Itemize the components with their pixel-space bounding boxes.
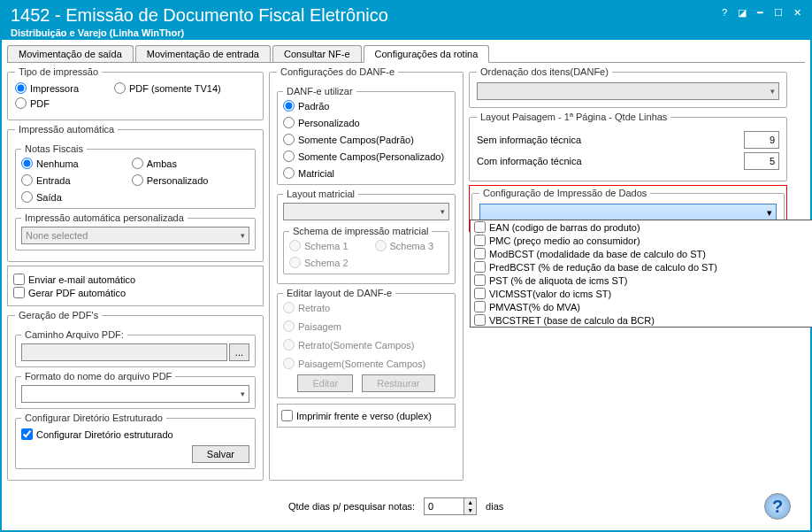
app-window: 1452 - Emissão de Documento Fiscal Eletr…: [0, 0, 812, 532]
option-vbcstret[interactable]: VBCSTRET (base de calculo da BCR): [471, 313, 812, 327]
option-vicmsst[interactable]: VICMSST(valor do icms ST): [471, 287, 812, 300]
tab-mov-entrada[interactable]: Movimentação de entrada: [135, 45, 271, 62]
spin-up-icon[interactable]: ▲: [464, 498, 476, 506]
input-com-info[interactable]: [744, 152, 779, 170]
legend-dir-estruturado: Configurar Diretório Estruturado: [21, 412, 166, 423]
check-email-auto[interactable]: Enviar e-mail automático: [13, 274, 257, 285]
browse-button[interactable]: ...: [229, 343, 249, 361]
radio-schema2: Schema 2: [289, 257, 349, 268]
option-pmc[interactable]: PMC (preço medio ao consumidor): [471, 234, 812, 247]
radio-pdf-tv14[interactable]: PDF (somente TV14): [114, 82, 221, 94]
label-com-info: Com informação técnica: [477, 156, 737, 166]
radio-retrato-sc: Retrato(Somente Campos): [283, 339, 449, 351]
legend-config-dados: Configuração de Impressão de Dados: [479, 188, 650, 198]
radio-entrada[interactable]: Entrada: [21, 174, 79, 186]
check-pdf-auto[interactable]: Gerar PDF automático: [13, 287, 257, 298]
bottom-row: Qtde dias p/ pesquisar notas: 0 ▲▼ dias …: [283, 488, 796, 525]
tab-bar: Movimentação de saída Movimentação de en…: [7, 45, 805, 63]
chevron-down-icon: ▾: [440, 207, 445, 216]
maximize-icon[interactable]: ☐: [774, 7, 783, 19]
close-icon[interactable]: ✕: [793, 7, 801, 19]
dropdown-config-dados[interactable]: ▾: [479, 204, 777, 221]
input-qtde-dias[interactable]: 0 ▲▼: [424, 497, 477, 515]
input-caminho-pdf[interactable]: [21, 343, 227, 361]
check-dir-estruturado[interactable]: Configurar Diretório estruturado: [21, 428, 249, 440]
editar-button[interactable]: Editar: [297, 374, 353, 392]
group-formato-nome: Formato do nome do arquivo PDF ▾: [15, 371, 256, 409]
legend-caminho-pdf: Caminho Arquivo PDF:: [21, 329, 127, 340]
group-layout-matricial: Layout matricial ▾ Schema de impressão m…: [277, 189, 456, 284]
radio-paisagem: Paisagem: [283, 320, 449, 332]
dropdown-list-config-dados: EAN (codigo de barras do produto) PMC (p…: [470, 220, 812, 328]
edit-icon[interactable]: ◪: [738, 7, 747, 19]
label-qtde-dias: Qtde dias p/ pesquisar notas:: [288, 501, 415, 512]
legend-notas-fiscais: Notas Fiscais: [21, 143, 87, 154]
dropdown-formato-nome[interactable]: ▾: [21, 385, 249, 403]
radio-pdf[interactable]: PDF: [15, 97, 50, 109]
chevron-down-icon: ▾: [241, 389, 245, 398]
legend-layout-matricial: Layout matricial: [283, 189, 358, 199]
radio-ambas[interactable]: Ambas: [132, 158, 209, 169]
option-modbcst[interactable]: ModBCST (modalidade da base de calculo d…: [471, 247, 812, 260]
radio-somente-padrao[interactable]: Somente Campos(Padrão): [283, 134, 449, 145]
highlight-box: Configuração de Impressão de Dados ▾ EAN…: [469, 185, 787, 232]
restaurar-button[interactable]: Restaurar: [362, 374, 434, 392]
group-editar-layout: Editar layout de DANF-e Retrato Paisagem…: [277, 288, 456, 398]
radio-matricial[interactable]: Matricial: [283, 167, 449, 179]
group-schema: Schema de impressão matricial Schema 1 S…: [283, 226, 449, 274]
legend-editar-layout: Editar layout de DANF-e: [283, 288, 395, 298]
radio-schema3: Schema 3: [375, 240, 434, 251]
tab-config-rotina[interactable]: Configurações da rotina: [364, 45, 490, 63]
legend-config-danfe: Configurações do DANF-e: [277, 66, 398, 77]
help-button[interactable]: ?: [764, 493, 791, 520]
option-pst[interactable]: PST (% de aliquota de icms ST): [471, 274, 812, 287]
legend-layout-paisagem: Layout Paisagem - 1ª Página - Qtde Linha…: [477, 112, 670, 122]
radio-personalizado-danfe[interactable]: Personalizado: [283, 117, 449, 128]
option-pmvast[interactable]: PMVAST(% do MVA): [471, 300, 812, 313]
legend-tipo-impressao: Tipo de impressão: [15, 66, 102, 77]
legend-schema: Schema de impressão matricial: [289, 226, 432, 236]
spin-down-icon[interactable]: ▼: [464, 506, 476, 514]
radio-impressora[interactable]: Impressora: [15, 82, 79, 94]
radio-paisagem-sc: Paisagem(Somente Campos): [283, 358, 449, 369]
input-sem-info[interactable]: [744, 131, 779, 149]
radio-saida[interactable]: Saída: [21, 191, 79, 203]
option-ean[interactable]: EAN (codigo de barras do produto): [471, 220, 812, 234]
group-geracao-pdf: Geração de PDF's Caminho Arquivo PDF: ..…: [7, 310, 264, 481]
radio-padrao[interactable]: Padrão: [283, 100, 449, 112]
legend-danfe-utilizar: DANF-e utilizar: [283, 86, 356, 96]
legend-geracao-pdf: Geração de PDF's: [15, 310, 102, 320]
legend-ordenacao: Ordenação dos itens(DANFe): [477, 66, 612, 77]
chevron-down-icon: ▾: [770, 87, 775, 96]
check-duplex[interactable]: Imprimir frente e verso (duplex): [281, 410, 451, 421]
window-subtitle: Distribuição e Varejo (Linha WinThor): [11, 27, 388, 38]
window-title: 1452 - Emissão de Documento Fiscal Eletr…: [11, 5, 388, 26]
tab-mov-saida[interactable]: Movimentação de saída: [7, 45, 134, 62]
group-caminho-pdf: Caminho Arquivo PDF: ...: [15, 329, 256, 367]
salvar-button[interactable]: Salvar: [192, 445, 249, 463]
group-config-danfe: Configurações do DANF-e DANF-e utilizar …: [269, 66, 463, 481]
group-tipo-impressao: Tipo de impressão Impressora PDF (soment…: [7, 66, 264, 120]
group-dir-estruturado: Configurar Diretório Estruturado Configu…: [15, 412, 256, 469]
group-auto-personalizada: Impressão automática personalizada None …: [15, 212, 256, 251]
tab-consultar-nfe[interactable]: Consultar NF-e: [272, 45, 362, 62]
group-danfe-utilizar: DANF-e utilizar Padrão Personalizado Som…: [277, 86, 456, 185]
legend-auto-personalizada: Impressão automática personalizada: [21, 212, 188, 223]
group-notas-fiscais: Notas Fiscais Nenhuma Entrada Saída Amba…: [15, 143, 256, 209]
dropdown-auto-personalizada[interactable]: None selected▾: [21, 227, 249, 244]
group-layout-paisagem: Layout Paisagem - 1ª Página - Qtde Linha…: [469, 112, 787, 181]
radio-schema1: Schema 1: [289, 240, 349, 251]
option-predbcst[interactable]: PredBCST (% de redução da base de calcul…: [471, 260, 812, 274]
legend-formato-nome: Formato do nome do arquivo PDF: [21, 371, 175, 382]
group-impressao-auto: Impressão automática Notas Fiscais Nenhu…: [7, 124, 264, 262]
radio-somente-personalizado[interactable]: Somente Campos(Personalizado): [283, 150, 449, 162]
help-icon[interactable]: ?: [722, 7, 727, 19]
radio-personalizado[interactable]: Personalizado: [132, 174, 209, 186]
radio-nenhuma[interactable]: Nenhuma: [21, 158, 79, 169]
group-ordenacao: Ordenação dos itens(DANFe) ▾: [469, 66, 787, 108]
radio-retrato: Retrato: [283, 302, 449, 313]
dropdown-ordenacao[interactable]: ▾: [477, 82, 779, 100]
dropdown-layout-matricial[interactable]: ▾: [283, 203, 449, 220]
minimize-icon[interactable]: ━: [757, 7, 763, 19]
chevron-down-icon: ▾: [241, 231, 245, 240]
